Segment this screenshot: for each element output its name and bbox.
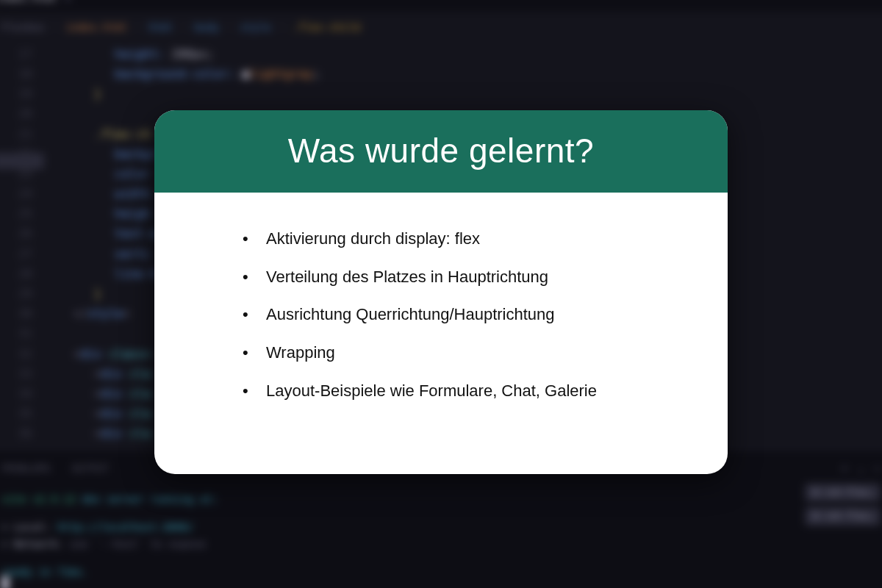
panel-tab-problems[interactable]: PROBLEMS	[1, 460, 51, 478]
slide-card: Was wurde gelernt? Aktivierung durch dis…	[154, 110, 728, 474]
breadcrumb-item[interactable]: .flex-child	[292, 19, 360, 37]
close-icon[interactable]: ×	[65, 0, 71, 7]
bullet-item: Layout-Beispiele wie Formulare, Chat, Ga…	[243, 380, 698, 402]
terminal-instance[interactable]: zsh Flex…	[805, 484, 881, 501]
slide-title: Was wurde gelernt?	[154, 110, 728, 193]
bullet-list: Aktivierung durch display: flexVerteilun…	[243, 228, 698, 401]
terminal-icon	[812, 489, 820, 496]
slide-body: Aktivierung durch display: flexVerteilun…	[154, 193, 728, 401]
breadcrumb-item[interactable]: index.html	[65, 19, 127, 37]
terminal-value: http://localhost:3000/	[57, 521, 193, 533]
code-line: 18background-color: ■lightgray;	[7, 64, 882, 84]
terminal-label: > Network:	[1, 538, 63, 550]
tab-bar: index.html ×	[0, 0, 882, 12]
panel-tab-output[interactable]: OUTPUT	[71, 460, 109, 478]
code-line: 19}	[7, 84, 882, 104]
bullet-item: Ausrichtung Querrichtung/Hauptrichtung	[243, 304, 698, 326]
terminal-icon	[812, 512, 820, 520]
terminal-line: dev server running at:	[82, 493, 218, 505]
terminal-line: ready in 71ms.	[1, 564, 881, 581]
active-line-highlight	[0, 153, 44, 169]
terminal-output: vite v2.9.12 dev server running at: > Lo…	[1, 491, 881, 581]
bullet-item: Aktivierung durch display: flex	[243, 228, 698, 250]
terminal-cursor	[1, 576, 9, 588]
breadcrumb-item[interactable]: html	[148, 19, 173, 37]
tab-filename[interactable]: index.html	[0, 0, 57, 7]
terminal-label: > Local:	[1, 521, 51, 533]
bullet-item: Verteilung des Platzes in Hauptrichtung	[243, 266, 698, 288]
terminal-instance[interactable]: zsh flex…	[805, 507, 881, 525]
terminal-line: vite v2.9.12	[1, 493, 76, 505]
terminal-value: use `--host` to expose	[70, 538, 206, 550]
bullet-item: Wrapping	[243, 342, 698, 364]
breadcrumb-item[interactable]: style	[240, 19, 271, 37]
terminal-sidebar: + ⌄ ⋯ zsh Flex… zsh flex…	[805, 460, 881, 526]
code-line: 17height: 200px;	[7, 44, 882, 64]
breadcrumb-item[interactable]: Flexbox	[1, 19, 45, 37]
chevron-down-icon[interactable]: ⌄	[858, 460, 864, 478]
plus-icon[interactable]: +	[842, 460, 847, 478]
terminal-toolbar: + ⌄ ⋯	[842, 460, 881, 478]
more-icon[interactable]: ⋯	[875, 460, 881, 478]
breadcrumb: Flexbox› index.html› html› body› style› …	[0, 12, 882, 44]
breadcrumb-item[interactable]: body	[194, 19, 219, 37]
